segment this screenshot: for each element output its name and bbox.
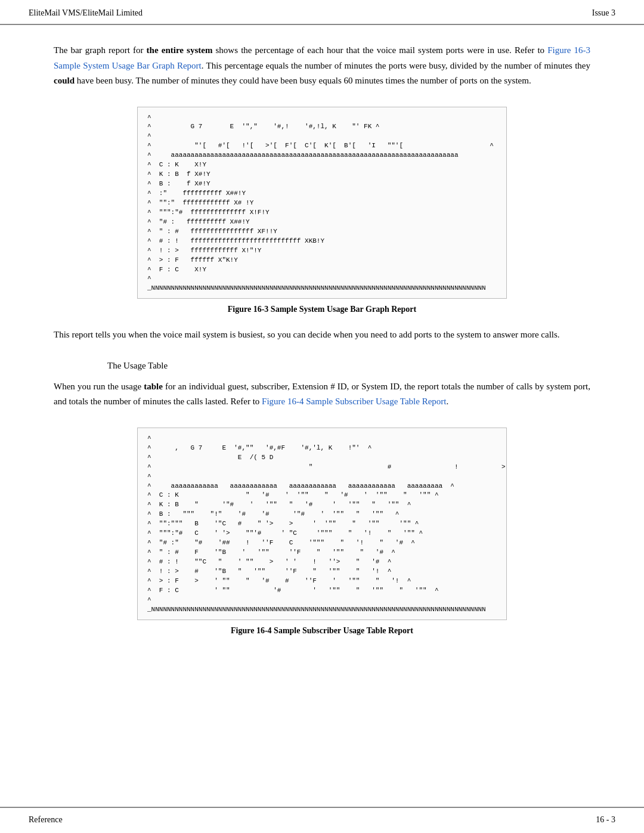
figure-line: ^ """:"# ffffffffffffff X!F!Y ^ — [147, 208, 497, 218]
intro-text-1d: have been busy. The number of minutes th… — [75, 76, 531, 85]
figure-line: ^ K : B f X#!Y ^ — [147, 170, 497, 179]
figure-line: ^ ^ — [147, 596, 497, 605]
figure-line: ^ ^ — [147, 113, 497, 123]
intro-paragraph: The bar graph report for the entire syst… — [54, 43, 590, 89]
figure-line: ^ ^ — [147, 472, 497, 482]
footer-page-number: 16 - 3 — [596, 815, 615, 825]
page-content: The bar graph report for the entire syst… — [0, 25, 644, 807]
figure-line: _NNNNNNNNNNNNNNNNNNNNNNNNNNNNNNNNNNNNNNN… — [147, 284, 497, 293]
figure-line: ^ "# : ffffffffff X##!Y ^ — [147, 218, 497, 227]
figure-line: ^ "'[ #'[ !'[ >'[ F'[ C'[ K'[ B'[ 'I ""'… — [147, 141, 497, 151]
figure-line: ^ "":" ffffffffffff X# !Y ^ — [147, 199, 497, 208]
figure-line: ^ # : ! ffffffffffffffffffffffffffff XKB… — [147, 237, 497, 246]
figure-line: ^ # : ! ""C " ' "" > ' ' ! ''> " '# ^ — [147, 558, 497, 567]
intro-text-1b: shows the percentage of each hour that t… — [212, 45, 547, 55]
figure-line: ^ C : K " '# ' '"" " '# ' '"" " '"" ^ — [147, 491, 497, 500]
figure-line: ^ F : C ' "" '# ' '"" " '"" " '"" ^ — [147, 586, 497, 596]
figure-line: ^ , G 7 E '#,"" '#,#F '#,'l, K !"' ^ — [147, 444, 497, 453]
footer-reference: Reference — [29, 815, 63, 825]
figure-line: ^ B : """ "!" '# '# '"# ' '"" " '"" ^ — [147, 510, 497, 519]
figure-line: ^ F : C X!Y ^ — [147, 265, 497, 275]
figure-line: ^ ! : > # '"B " '"" ''F " '"" " '! ^ — [147, 567, 497, 577]
figure-line: ^ G 7 E '"," '#,! '#,!l, K "' FK ^ — [147, 122, 497, 132]
figure-line: ^ ! : > ffffffffffff X!"!Y ^ — [147, 246, 497, 256]
figure-line: ^ > : F > ' "" " '# # ''F ' '"" " '! ^ — [147, 577, 497, 586]
figure-line: ^ " : # ffffffffffffffff XF!!Y ^ — [147, 227, 497, 237]
page: EliteMail VMS/EliteMail Limited Issue 3 … — [0, 0, 644, 833]
figure-line: ^ " # ! > ^ — [147, 463, 497, 472]
bold-entire-system: the entire system — [147, 45, 213, 55]
figure-line: ^ ^ — [147, 434, 497, 444]
bold-could: could — [54, 76, 75, 85]
figure-line: ^ C : K X!Y ^ — [147, 160, 497, 170]
usage-paragraph: When you run the usage table for an indi… — [54, 379, 590, 410]
header-issue: Issue 3 — [592, 8, 615, 18]
figure-line: ^ "":""" B '"C # " '> > ' '"" " '"" '"" … — [147, 519, 497, 529]
page-header: EliteMail VMS/EliteMail Limited Issue 3 — [0, 0, 644, 25]
figure-line: ^ ^ — [147, 132, 497, 141]
figure3-box: ^ ^^ G 7 E '"," '#,! '#,!l, K "' FK ^^ — [137, 107, 507, 299]
figure-line: ^ K : B " '"# ' '"" " '# ' '"" " '"" ^ — [147, 500, 497, 510]
figure-line: ^ aaaaaaaaaaaaaaaaaaaaaaaaaaaaaaaaaaaaaa… — [147, 151, 497, 160]
figure-line: _NNNNNNNNNNNNNNNNNNNNNNNNNNNNNNNNNNNNNNN… — [147, 605, 497, 615]
figure-line: ^ > : F ffffff X"K!Y ^ — [147, 256, 497, 265]
figure-line: ^ :" ffffffffff X##!Y ^ — [147, 189, 497, 199]
usage-text-3: . — [447, 397, 449, 406]
figure-line: ^ E /( 5 D ^ — [147, 453, 497, 463]
figure4-link[interactable]: Figure 16-4 Sample Subscriber Usage Tabl… — [262, 397, 446, 406]
figure-line: ^ "# :" "# '## ! ''F C '""" " '! " '# ^ — [147, 538, 497, 548]
header-title: EliteMail VMS/EliteMail Limited — [29, 8, 143, 18]
figure-line: ^ """:"# C ' '> ""'# ' "C '""" " '! " '"… — [147, 529, 497, 538]
intro-text-1: The bar graph report for — [54, 45, 147, 55]
usage-text-1: When you run the usage — [54, 382, 144, 391]
figure4-box: ^ ^^ , G 7 E '#,"" '#,#F '#,'l, K !"' ^^… — [137, 428, 507, 620]
page-footer: Reference 16 - 3 — [0, 807, 644, 833]
figure-line: ^ B : f X#!Y ^ — [147, 179, 497, 189]
figure4-label: Figure 16-4 Sample Subscriber Usage Tabl… — [54, 626, 590, 636]
figure-line: ^ aaaaaaaaaaaa aaaaaaaaaaaa aaaaaaaaaaaa… — [147, 482, 497, 491]
figure3-label: Figure 16-3 Sample System Usage Bar Grap… — [54, 305, 590, 314]
report-paragraph: This report tells you when the voice mai… — [54, 327, 590, 343]
usage-table-heading: The Usage Table — [107, 361, 590, 371]
bold-table: table — [144, 382, 163, 391]
figure-line: ^ ^ — [147, 274, 497, 284]
intro-text-1c: . This percentage equals the number of m… — [202, 61, 590, 70]
figure-line: ^ " : # F '"B ' '"" ''F " '"" " '# ^ — [147, 548, 497, 558]
